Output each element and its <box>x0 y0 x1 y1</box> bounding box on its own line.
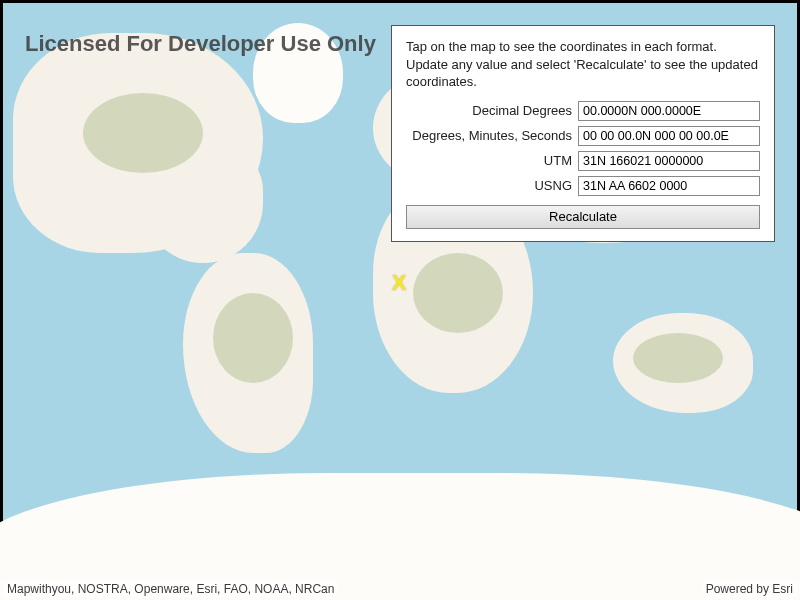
input-decimal-degrees[interactable] <box>578 101 760 121</box>
row-utm: UTM <box>406 151 760 171</box>
app-frame: Licensed For Developer Use Only X Tap on… <box>0 0 800 600</box>
input-utm[interactable] <box>578 151 760 171</box>
input-dms[interactable] <box>578 126 760 146</box>
row-usng: USNG <box>406 176 760 196</box>
attribution-right: Powered by Esri <box>702 581 797 597</box>
label-utm: UTM <box>406 153 578 168</box>
attribution-left: Mapwithyou, NOSTRA, Openware, Esri, FAO,… <box>3 581 338 597</box>
label-decimal-degrees: Decimal Degrees <box>406 103 578 118</box>
label-dms: Degrees, Minutes, Seconds <box>406 128 578 143</box>
row-dms: Degrees, Minutes, Seconds <box>406 126 760 146</box>
label-usng: USNG <box>406 178 578 193</box>
row-decimal-degrees: Decimal Degrees <box>406 101 760 121</box>
panel-instructions: Tap on the map to see the coordinates in… <box>406 38 760 91</box>
input-usng[interactable] <box>578 176 760 196</box>
coordinates-panel: Tap on the map to see the coordinates in… <box>391 25 775 242</box>
recalculate-button[interactable]: Recalculate <box>406 205 760 229</box>
